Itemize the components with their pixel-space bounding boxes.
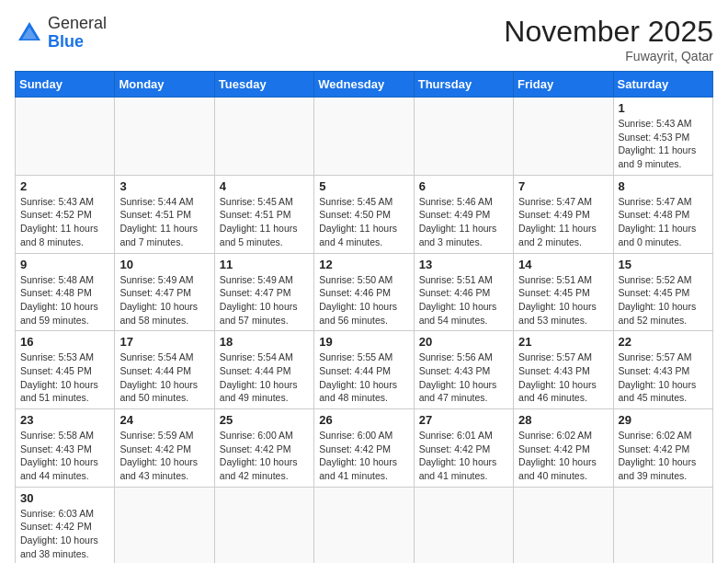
day-info: Sunrise: 5:58 AM Sunset: 4:43 PM Dayligh… — [20, 429, 109, 483]
calendar-week-row: 9Sunrise: 5:48 AM Sunset: 4:48 PM Daylig… — [16, 253, 713, 331]
day-info: Sunrise: 5:49 AM Sunset: 4:47 PM Dayligh… — [119, 273, 209, 327]
day-number: 28 — [518, 413, 608, 427]
day-number: 5 — [319, 179, 408, 193]
calendar-cell — [414, 98, 513, 176]
calendar-week-row: 16Sunrise: 5:53 AM Sunset: 4:45 PM Dayli… — [16, 331, 713, 409]
calendar-week-row: 1Sunrise: 5:43 AM Sunset: 4:53 PM Daylig… — [16, 98, 713, 176]
calendar-cell: 9Sunrise: 5:48 AM Sunset: 4:48 PM Daylig… — [16, 253, 115, 331]
day-info: Sunrise: 5:51 AM Sunset: 4:46 PM Dayligh… — [419, 273, 508, 327]
day-info: Sunrise: 6:01 AM Sunset: 4:42 PM Dayligh… — [419, 429, 508, 483]
day-info: Sunrise: 5:45 AM Sunset: 4:50 PM Dayligh… — [319, 195, 408, 249]
calendar-cell: 20Sunrise: 5:56 AM Sunset: 4:43 PM Dayli… — [414, 331, 513, 409]
day-number: 12 — [319, 258, 408, 271]
calendar-cell — [115, 98, 214, 176]
day-number: 10 — [119, 258, 209, 271]
calendar-cell — [514, 487, 613, 563]
day-number: 8 — [619, 179, 708, 193]
calendar-cell: 23Sunrise: 5:58 AM Sunset: 4:43 PM Dayli… — [16, 409, 115, 488]
day-number: 24 — [119, 413, 209, 427]
calendar-cell — [115, 487, 214, 563]
calendar-cell: 5Sunrise: 5:45 AM Sunset: 4:50 PM Daylig… — [314, 175, 414, 253]
day-header-wednesday: Wednesday — [314, 72, 414, 98]
day-number: 6 — [419, 179, 508, 193]
logo-line2: Blue — [48, 33, 107, 52]
day-info: Sunrise: 5:45 AM Sunset: 4:51 PM Dayligh… — [220, 195, 309, 249]
calendar-cell — [314, 487, 414, 563]
calendar-header-row: SundayMondayTuesdayWednesdayThursdayFrid… — [16, 72, 713, 98]
day-number: 9 — [20, 258, 109, 271]
logo-line1: General — [48, 15, 107, 33]
calendar-cell: 27Sunrise: 6:01 AM Sunset: 4:42 PM Dayli… — [414, 409, 513, 488]
day-number: 21 — [518, 335, 608, 349]
day-info: Sunrise: 5:43 AM Sunset: 4:53 PM Dayligh… — [619, 117, 708, 171]
calendar-cell: 29Sunrise: 6:02 AM Sunset: 4:42 PM Dayli… — [613, 409, 712, 488]
day-info: Sunrise: 5:47 AM Sunset: 4:49 PM Dayligh… — [518, 195, 608, 249]
day-info: Sunrise: 5:48 AM Sunset: 4:48 PM Dayligh… — [20, 273, 109, 327]
day-info: Sunrise: 5:55 AM Sunset: 4:44 PM Dayligh… — [319, 350, 408, 405]
day-info: Sunrise: 5:57 AM Sunset: 4:43 PM Dayligh… — [619, 350, 708, 405]
day-info: Sunrise: 6:02 AM Sunset: 4:42 PM Dayligh… — [619, 429, 708, 483]
calendar-cell — [314, 98, 414, 176]
calendar-table: SundayMondayTuesdayWednesdayThursdayFrid… — [15, 71, 713, 563]
calendar-cell: 4Sunrise: 5:45 AM Sunset: 4:51 PM Daylig… — [214, 175, 313, 253]
calendar-cell: 26Sunrise: 6:00 AM Sunset: 4:42 PM Dayli… — [314, 409, 414, 488]
calendar-cell: 25Sunrise: 6:00 AM Sunset: 4:42 PM Dayli… — [214, 409, 313, 488]
day-header-tuesday: Tuesday — [214, 72, 313, 98]
calendar-cell — [414, 487, 513, 563]
calendar-cell: 2Sunrise: 5:43 AM Sunset: 4:52 PM Daylig… — [16, 175, 115, 253]
calendar-cell: 7Sunrise: 5:47 AM Sunset: 4:49 PM Daylig… — [514, 175, 613, 253]
day-number: 27 — [419, 413, 508, 427]
day-header-thursday: Thursday — [414, 72, 513, 98]
day-number: 19 — [319, 335, 408, 349]
day-info: Sunrise: 5:54 AM Sunset: 4:44 PM Dayligh… — [119, 350, 209, 405]
calendar-cell: 19Sunrise: 5:55 AM Sunset: 4:44 PM Dayli… — [314, 331, 414, 409]
day-info: Sunrise: 6:00 AM Sunset: 4:42 PM Dayligh… — [319, 429, 408, 483]
calendar-week-row: 2Sunrise: 5:43 AM Sunset: 4:52 PM Daylig… — [16, 175, 713, 253]
day-info: Sunrise: 5:56 AM Sunset: 4:43 PM Dayligh… — [419, 350, 508, 405]
day-info: Sunrise: 5:53 AM Sunset: 4:45 PM Dayligh… — [20, 350, 109, 405]
day-number: 23 — [20, 413, 109, 427]
day-number: 2 — [20, 179, 109, 193]
day-info: Sunrise: 5:47 AM Sunset: 4:48 PM Dayligh… — [619, 195, 708, 249]
day-info: Sunrise: 6:02 AM Sunset: 4:42 PM Dayligh… — [518, 429, 608, 483]
day-number: 4 — [220, 179, 309, 193]
day-number: 7 — [518, 179, 608, 193]
day-header-saturday: Saturday — [613, 72, 712, 98]
calendar-cell: 13Sunrise: 5:51 AM Sunset: 4:46 PM Dayli… — [414, 253, 513, 331]
day-info: Sunrise: 5:46 AM Sunset: 4:49 PM Dayligh… — [419, 195, 508, 249]
calendar-cell — [514, 98, 613, 176]
calendar-cell: 1Sunrise: 5:43 AM Sunset: 4:53 PM Daylig… — [613, 98, 712, 176]
day-info: Sunrise: 5:57 AM Sunset: 4:43 PM Dayligh… — [518, 350, 608, 405]
location: Fuwayrit, Qatar — [504, 49, 713, 63]
day-number: 16 — [20, 335, 109, 349]
day-info: Sunrise: 5:49 AM Sunset: 4:47 PM Dayligh… — [220, 273, 309, 327]
day-info: Sunrise: 5:59 AM Sunset: 4:42 PM Dayligh… — [119, 429, 209, 483]
calendar-cell: 18Sunrise: 5:54 AM Sunset: 4:44 PM Dayli… — [214, 331, 313, 409]
day-info: Sunrise: 5:52 AM Sunset: 4:45 PM Dayligh… — [619, 273, 708, 327]
calendar-cell: 28Sunrise: 6:02 AM Sunset: 4:42 PM Dayli… — [514, 409, 613, 488]
day-info: Sunrise: 5:43 AM Sunset: 4:52 PM Dayligh… — [20, 195, 109, 249]
calendar-cell: 12Sunrise: 5:50 AM Sunset: 4:46 PM Dayli… — [314, 253, 414, 331]
month-title: November 2025 — [504, 15, 713, 49]
calendar-cell — [16, 98, 115, 176]
day-info: Sunrise: 5:44 AM Sunset: 4:51 PM Dayligh… — [119, 195, 209, 249]
calendar-cell: 10Sunrise: 5:49 AM Sunset: 4:47 PM Dayli… — [115, 253, 214, 331]
day-number: 26 — [319, 413, 408, 427]
day-number: 22 — [619, 335, 708, 349]
calendar-cell — [613, 487, 712, 563]
day-number: 30 — [20, 491, 109, 505]
calendar-cell: 21Sunrise: 5:57 AM Sunset: 4:43 PM Dayli… — [514, 331, 613, 409]
page: General Blue November 2025 Fuwayrit, Qat… — [0, 0, 728, 563]
calendar-cell: 15Sunrise: 5:52 AM Sunset: 4:45 PM Dayli… — [613, 253, 712, 331]
calendar-week-row: 23Sunrise: 5:58 AM Sunset: 4:43 PM Dayli… — [16, 409, 713, 488]
day-header-sunday: Sunday — [16, 72, 115, 98]
day-number: 29 — [619, 413, 708, 427]
day-info: Sunrise: 6:00 AM Sunset: 4:42 PM Dayligh… — [220, 429, 309, 483]
header: General Blue November 2025 Fuwayrit, Qat… — [15, 15, 713, 63]
calendar-cell: 11Sunrise: 5:49 AM Sunset: 4:47 PM Dayli… — [214, 253, 313, 331]
calendar-cell: 17Sunrise: 5:54 AM Sunset: 4:44 PM Dayli… — [115, 331, 214, 409]
day-number: 15 — [619, 258, 708, 271]
calendar-cell: 8Sunrise: 5:47 AM Sunset: 4:48 PM Daylig… — [613, 175, 712, 253]
day-number: 20 — [419, 335, 508, 349]
day-number: 1 — [619, 101, 708, 115]
